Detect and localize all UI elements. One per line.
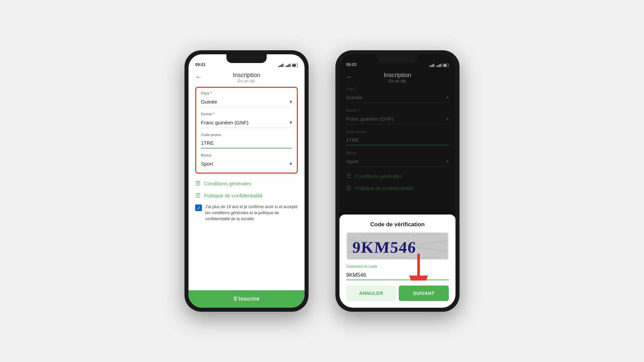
phone2-status-right — [429, 64, 449, 67]
phone1-screen: 09:01 ← — [189, 54, 305, 308]
bonus-chevron: ▾ — [289, 161, 292, 167]
phone1-signal — [278, 64, 283, 67]
code-entry-label: Saisissez le code — [346, 264, 449, 269]
phone2-screen: 09:03 ← — [339, 54, 455, 308]
phone1-form-box: Pays * Guinée ▾ Devise * Franc guinéen (… — [195, 87, 298, 174]
phone1-title: Inscription — [233, 72, 260, 79]
pays-label: Pays * — [201, 91, 292, 95]
cancel-button[interactable]: ANNULER — [346, 286, 396, 301]
svg-point-7 — [414, 235, 415, 237]
code-promo-field: Code promo 1TRE — [201, 133, 292, 148]
phone1-battery — [292, 64, 298, 67]
signal-bar-7 — [288, 64, 289, 67]
signal-bar-2 — [280, 65, 281, 67]
phone1-subtitle: En un clic — [238, 79, 255, 83]
p2-signal-bar-6 — [438, 65, 439, 67]
p2-signal-bar-4 — [433, 64, 434, 67]
p2-signal-bar-5 — [436, 66, 437, 67]
devise-chevron: ▾ — [289, 119, 292, 126]
politique-confidentialite-link[interactable]: ☰ Politique de confidentialité — [195, 192, 298, 199]
phone2-subtitle: En un clic — [389, 79, 406, 83]
p2-signal-bar-7 — [439, 64, 440, 67]
bonus-select[interactable]: Sport ▾ — [201, 159, 292, 169]
red-arrow-indicator — [409, 254, 429, 284]
devise-label: Devise * — [201, 112, 292, 116]
bonus-value: Sport — [201, 161, 213, 167]
phone1-notch — [226, 54, 267, 63]
captcha-svg: 9KM546 — [346, 233, 449, 259]
phone1-signal2 — [285, 64, 290, 67]
phone1-time: 09:01 — [195, 62, 206, 67]
suivant-button[interactable]: SUIVANT — [399, 286, 449, 301]
signal-bar-8 — [289, 64, 290, 67]
phone2: 09:03 ← — [335, 50, 460, 312]
code-promo-input[interactable]: 1TRE — [201, 138, 292, 148]
phone1: 09:01 ← — [184, 50, 309, 312]
pays-field: Pays * Guinée ▾ — [201, 91, 292, 107]
pays-chevron: ▾ — [289, 99, 292, 105]
devise-value: Franc guinéen (GNF) — [201, 120, 249, 125]
devise-field: Devise * Franc guinéen (GNF) ▾ — [201, 112, 292, 128]
p2-signal-bar-2 — [431, 65, 432, 67]
bonus-field: Bonus Sport ▾ — [201, 153, 292, 169]
phone1-header: ← Inscription En un clic — [189, 69, 305, 87]
bonus-label: Bonus — [201, 153, 292, 157]
phone2-signal2 — [436, 64, 441, 67]
pays-value: Guinée — [201, 99, 217, 105]
p2-signal-bar-8 — [440, 64, 441, 67]
svg-point-6 — [387, 256, 388, 257]
modal-title: Code de vérification — [346, 221, 449, 228]
pc-icon: ☰ — [195, 192, 201, 199]
cg-label: Conditions générales — [204, 181, 251, 186]
phone2-signal — [429, 64, 434, 67]
signal-bar-5 — [285, 66, 286, 67]
phone2-time: 09:03 — [346, 62, 357, 67]
signal-bar-6 — [287, 65, 288, 67]
pc-label: Politique de confidentialité — [204, 193, 262, 198]
code-promo-label: Code promo — [201, 133, 292, 137]
p2-signal-bar-3 — [432, 64, 433, 67]
terms-checkbox-row: ✓ J'ai plus de 18 ans et je confirme avo… — [195, 204, 298, 222]
modal-buttons: ANNULER SUIVANT — [346, 286, 449, 301]
phone2-battery — [443, 64, 449, 67]
signal-bar-4 — [282, 64, 283, 67]
register-button[interactable]: S'inscrire — [189, 290, 305, 308]
phone2-notch — [377, 54, 418, 63]
p2-signal-bar-1 — [429, 66, 430, 67]
svg-text:9KM546: 9KM546 — [352, 238, 417, 256]
phone2-back-arrow[interactable]: ← — [346, 73, 353, 81]
terms-checkbox[interactable]: ✓ — [195, 204, 202, 211]
signal-bar-3 — [281, 64, 282, 67]
checkbox-check-icon: ✓ — [197, 205, 201, 210]
conditions-generales-link[interactable]: ☰ Conditions générales — [195, 180, 298, 187]
phone1-back-arrow[interactable]: ← — [195, 73, 202, 81]
pays-select[interactable]: Guinée ▾ — [201, 97, 292, 107]
phone2-title: Inscription — [384, 72, 411, 79]
svg-point-5 — [353, 237, 355, 238]
devise-select[interactable]: Franc guinéen (GNF) ▾ — [201, 117, 292, 128]
captcha-image: 9KM546 — [346, 233, 449, 259]
code-input[interactable] — [346, 271, 449, 280]
cg-icon: ☰ — [195, 180, 201, 187]
phone1-content: Pays * Guinée ▾ Devise * Franc guinéen (… — [189, 87, 305, 290]
phone2-header: ← Inscription En un clic — [339, 69, 455, 87]
phone1-status-right — [278, 64, 298, 67]
battery-fill — [292, 64, 296, 66]
p2-battery-fill — [443, 64, 447, 66]
terms-text: J'ai plus de 18 ans et je confirme avoir… — [205, 204, 298, 222]
verification-modal: Code de vérification — [339, 215, 455, 308]
signal-bar-1 — [278, 66, 279, 67]
arrow-svg — [409, 254, 429, 281]
